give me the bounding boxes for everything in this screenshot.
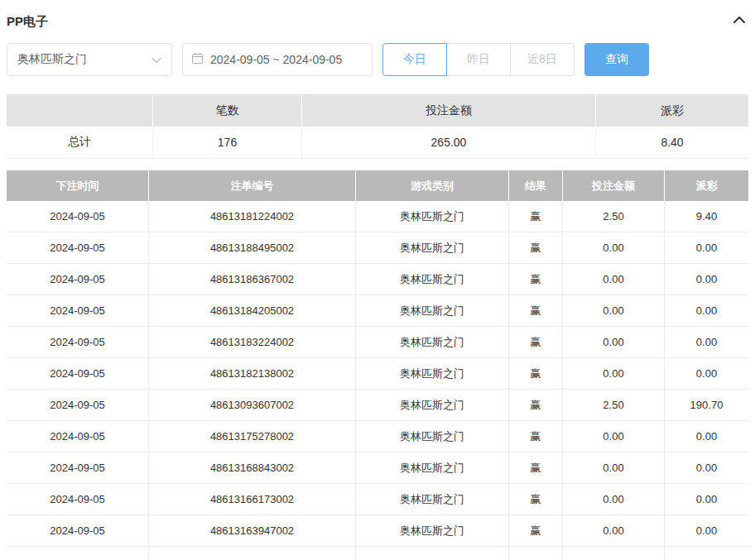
summary-total-payout: 8.40 (596, 127, 748, 158)
chevron-up-icon (732, 14, 747, 29)
cell-bet-time: 2024-09-05 (7, 264, 149, 294)
today-button[interactable]: 今日 (382, 43, 447, 76)
cell-game-category: 奥林匹斯之门 (356, 484, 509, 515)
cell-payout: 0.00 (665, 358, 748, 389)
cell-order-id: 48613175278002 (149, 421, 356, 452)
cell-bet-amount: 0.00 (563, 452, 665, 483)
cell-bet-amount: 0.00 (563, 264, 665, 294)
cell-bet-time: 2024-09-05 (7, 295, 149, 326)
cell-bet-time: 2024-09-05 (7, 201, 149, 232)
cell-result: 赢 (509, 484, 563, 515)
summary-total-row: 总计 176 265.00 8.40 (7, 127, 748, 159)
summary-header-payout: 派彩 (596, 94, 748, 127)
query-button[interactable]: 查询 (584, 43, 649, 76)
table-row: 2024-09-05 48613183224002 奥林匹斯之门 赢 0.00 … (7, 327, 748, 358)
cell-payout: 0.00 (665, 421, 748, 452)
date-range-picker[interactable]: 2024-09-05 ~ 2024-09-05 (182, 43, 373, 76)
cell-order-id: 48613166173002 (149, 484, 356, 515)
chevron-down-icon (151, 53, 161, 66)
table-row: 2024-09-05 48613166173002 奥林匹斯之门 赢 0.00 … (7, 484, 748, 515)
cell-bet-time: 2024-09-05 (7, 327, 149, 357)
cell-payout (665, 547, 748, 560)
col-header-result: 结果 (509, 170, 563, 201)
cell-order-id: 48613163947002 (149, 515, 356, 546)
cell-result: 赢 (509, 295, 563, 326)
cell-game-category: 奥林匹斯之门 (356, 358, 509, 389)
cell-order-id: 48613182138002 (149, 358, 356, 389)
summary-header-count: 笔数 (153, 94, 302, 127)
cell-game-category: 奥林匹斯之门 (356, 201, 509, 232)
cell-bet-amount: 0.00 (563, 515, 665, 546)
cell-payout: 0.00 (665, 327, 748, 357)
table-row: 2024-09-05 48613182138002 奥林匹斯之门 赢 0.00 … (7, 358, 748, 390)
bet-table-body: 2024-09-05 48613181224002 奥林匹斯之门 赢 2.50 … (7, 201, 748, 547)
cell-result: 赢 (509, 264, 563, 294)
quick-range-group: 今日 昨日 近8日 (382, 43, 575, 76)
cell-game-category: 奥林匹斯之门 (356, 232, 509, 263)
cell-order-id: 48613184205002 (149, 295, 356, 326)
table-row: 2024-09-05 48613093607002 奥林匹斯之门 赢 2.50 … (7, 390, 748, 421)
cell-payout: 0.00 (665, 452, 748, 483)
yesterday-button[interactable]: 昨日 (446, 43, 511, 76)
summary-table: 笔数 投注金额 派彩 总计 176 265.00 8.40 (7, 94, 748, 159)
bet-table: 下注时间 注单编号 游戏类别 结果 投注金额 派彩 2024-09-05 486… (7, 170, 748, 560)
summary-header-empty (7, 94, 153, 127)
cell-bet-amount: 2.50 (563, 390, 665, 420)
cell-payout: 0.00 (665, 484, 748, 515)
summary-total-count: 176 (153, 127, 302, 158)
game-select[interactable]: 奥林匹斯之门 (7, 43, 172, 76)
cell-bet-amount: 0.00 (563, 421, 665, 452)
col-header-order-id: 注单编号 (149, 170, 356, 201)
col-header-bet-amount: 投注金额 (563, 170, 665, 201)
cell-bet-time: 2024-09-05 (7, 484, 149, 515)
cell-game-category: 奥林匹斯之门 (356, 264, 509, 294)
table-row: 2024-09-05 48613175278002 奥林匹斯之门 赢 0.00 … (7, 421, 748, 452)
page-title: PP电子 (7, 14, 48, 30)
collapse-button[interactable] (730, 12, 748, 31)
cell-bet-amount: 0.00 (563, 327, 665, 357)
cell-payout: 190.70 (665, 390, 748, 420)
cell-order-id (149, 547, 356, 560)
cell-bet-amount: 0.00 (563, 358, 665, 389)
cell-game-category: 奥林匹斯之门 (356, 295, 509, 326)
cell-bet-time: 2024-09-05 (7, 232, 149, 263)
summary-total-bet-amount: 265.00 (302, 127, 596, 158)
cell-bet-time: 2024-09-05 (7, 421, 149, 452)
cell-bet-amount: 0.00 (563, 295, 665, 326)
pp-electronic-panel: PP电子 奥林匹斯之门 (0, 0, 755, 560)
col-header-payout: 派彩 (665, 170, 748, 201)
cell-result: 赢 (509, 327, 563, 357)
cell-result: 赢 (509, 421, 563, 452)
cell-bet-time: 2024-09-05 (7, 452, 149, 483)
last-8-days-button[interactable]: 近8日 (510, 43, 575, 76)
filter-bar: 奥林匹斯之门 2024-09-05 ~ 2024-09-05 今日 昨日 (7, 43, 748, 76)
cell-result: 赢 (509, 390, 563, 420)
cell-payout: 0.00 (665, 264, 748, 294)
table-row: 2024-09-05 48613163947002 奥林匹斯之门 赢 0.00 … (7, 515, 748, 547)
table-row: 2024-09-05 48613184205002 奥林匹斯之门 赢 0.00 … (7, 295, 748, 327)
cell-payout: 0.00 (665, 295, 748, 326)
table-row: 2024-09-05 48613188495002 奥林匹斯之门 赢 0.00 … (7, 232, 748, 264)
cell-bet-time: 2024-09-05 (7, 390, 149, 420)
cell-payout: 0.00 (665, 515, 748, 546)
game-select-value: 奥林匹斯之门 (17, 52, 87, 67)
cell-order-id: 48613093607002 (149, 390, 356, 420)
cell-order-id: 48613188495002 (149, 232, 356, 263)
date-range-value: 2024-09-05 ~ 2024-09-05 (210, 53, 342, 66)
cell-bet-amount: 0.00 (563, 484, 665, 515)
col-header-game-category: 游戏类别 (356, 170, 509, 201)
cell-bet-amount (563, 547, 665, 560)
cell-bet-time: 2024-09-05 (7, 358, 149, 389)
cell-result: 赢 (509, 232, 563, 263)
cell-result: 赢 (509, 201, 563, 232)
cell-game-category: 奥林匹斯之门 (356, 452, 509, 483)
cell-result: 赢 (509, 515, 563, 546)
cell-payout: 0.00 (665, 232, 748, 263)
cell-bet-amount: 0.00 (563, 232, 665, 263)
cell-game-category (356, 547, 509, 560)
cell-bet-time (7, 547, 149, 560)
cell-payout: 9.40 (665, 201, 748, 232)
cell-game-category: 奥林匹斯之门 (356, 421, 509, 452)
cell-result (509, 547, 563, 560)
col-header-bet-time: 下注时间 (7, 170, 149, 201)
